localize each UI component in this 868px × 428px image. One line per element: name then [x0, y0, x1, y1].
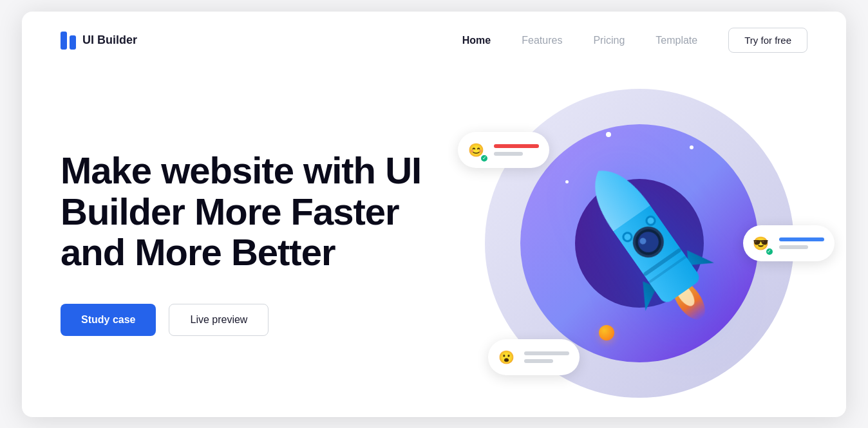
- hero-visual: 😊 ✓ 😎 ✓: [471, 70, 807, 417]
- nav-links: Home Features Pricing Template Try for f…: [462, 28, 807, 53]
- nav-pricing[interactable]: Pricing: [593, 35, 625, 46]
- nav-home[interactable]: Home: [462, 35, 491, 46]
- logo-icon: [61, 32, 76, 50]
- user-line-bottom-2: [524, 359, 553, 363]
- nav-template[interactable]: Template: [656, 35, 697, 46]
- user-line-top-1: [494, 144, 539, 148]
- nav-features[interactable]: Features: [522, 35, 562, 46]
- live-preview-button[interactable]: Live preview: [169, 304, 269, 336]
- user-card-bottom: 😮: [488, 339, 580, 375]
- user-line-bottom-1: [524, 351, 569, 355]
- user-line-top-2: [494, 152, 523, 156]
- user-lines-top: [494, 144, 539, 156]
- user-line-right-2: [779, 245, 808, 249]
- user-card-top: 😊 ✓: [458, 132, 549, 168]
- study-case-button[interactable]: Study case: [61, 304, 156, 336]
- check-badge-top: ✓: [480, 154, 489, 163]
- orange-ball: [599, 325, 614, 340]
- hero-section: Make website with UI Builder More Faster…: [22, 70, 846, 417]
- user-lines-bottom: [524, 351, 569, 363]
- avatar-wrapper-top: 😊 ✓: [464, 138, 487, 162]
- logo-text: UI Builder: [82, 33, 137, 47]
- navbar: UI Builder Home Features Pricing Templat…: [22, 12, 846, 70]
- try-for-free-button[interactable]: Try for free: [728, 28, 807, 53]
- page-wrapper: UI Builder Home Features Pricing Templat…: [22, 12, 846, 417]
- user-card-right: 😎 ✓: [743, 225, 835, 261]
- check-badge-right: ✓: [765, 247, 774, 256]
- logo-bar-left: [61, 32, 67, 50]
- hero-content: Make website with UI Builder More Faster…: [61, 150, 471, 336]
- hero-buttons: Study case Live preview: [61, 304, 471, 336]
- user-lines-right: [779, 237, 824, 249]
- hero-title: Make website with UI Builder More Faster…: [61, 150, 471, 273]
- user-line-right-1: [779, 237, 824, 241]
- logo: UI Builder: [61, 32, 137, 50]
- avatar-wrapper-bottom: 😮: [495, 346, 518, 369]
- user-avatar-bottom: 😮: [495, 346, 518, 369]
- logo-bar-right: [70, 35, 76, 50]
- avatar-wrapper-right: 😎 ✓: [750, 232, 773, 255]
- dot-1: [606, 132, 611, 137]
